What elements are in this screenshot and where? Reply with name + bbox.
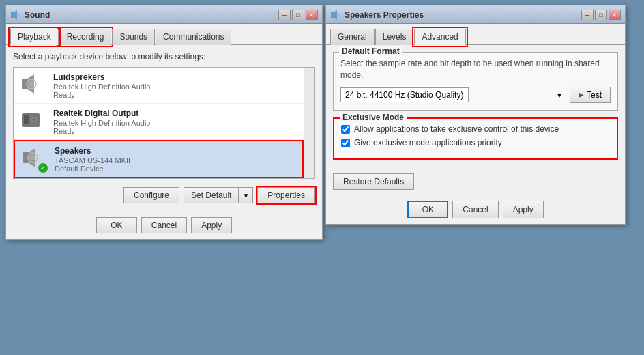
tab-playback[interactable]: Playback <box>10 29 59 45</box>
instruction-text: Select a playback device below to modify… <box>13 52 315 61</box>
set-default-split-button: Set Default ▼ <box>184 187 253 203</box>
sound-ok-button[interactable]: OK <box>96 217 137 233</box>
sound-cancel-button[interactable]: Cancel <box>141 217 187 233</box>
give-priority-row: Give exclusive mode applications priorit… <box>341 138 610 147</box>
tab-general[interactable]: General <box>330 29 375 45</box>
speakers-icon: ✓ <box>20 145 48 173</box>
exclusive-mode-section: Exclusive Mode Allow applications to tak… <box>333 117 618 160</box>
svg-point-5 <box>29 81 34 87</box>
device-list: Luidsprekers Realtek High Definition Aud… <box>14 68 304 178</box>
realtek-digital-icon <box>19 108 46 135</box>
sound-close-btn[interactable]: ✕ <box>306 10 318 20</box>
default-format-desc: Select the sample rate and bit depth to … <box>340 58 611 81</box>
speakers-info: Speakers TASCAM US-144 MKII Default Devi… <box>55 146 297 173</box>
tab-levels[interactable]: Levels <box>375 29 414 45</box>
speakers-titlebar-buttons: ─ □ ✕ <box>581 10 621 20</box>
properties-button[interactable]: Properties <box>257 187 315 203</box>
allow-exclusive-label: Allow applications to take exclusive con… <box>354 124 559 134</box>
speakers-titlebar: Speakers Properties ─ □ ✕ <box>326 6 625 24</box>
allow-exclusive-row: Allow applications to take exclusive con… <box>341 124 610 134</box>
svg-point-9 <box>33 118 35 121</box>
sound-minimize-btn[interactable]: ─ <box>278 10 291 20</box>
luidsprekers-info: Luidsprekers Realtek High Definition Aud… <box>53 72 298 99</box>
speakers-window-icon <box>330 10 341 20</box>
speakers-ok-cancel-row: OK Cancel Apply <box>326 197 625 224</box>
speakers-properties-window: Speakers Properties ─ □ ✕ General Levels… <box>325 5 626 225</box>
sound-ok-cancel-row: OK Cancel Apply <box>6 213 322 239</box>
configure-button[interactable]: Configure <box>123 187 179 203</box>
speakers-title: Speakers Properties <box>330 10 424 20</box>
speakers-minimize-btn[interactable]: ─ <box>581 10 594 20</box>
give-priority-checkbox[interactable] <box>341 139 350 147</box>
device-list-scrollbar[interactable] <box>304 68 314 178</box>
sound-maximize-btn[interactable]: □ <box>292 10 304 20</box>
sound-title: Sound <box>10 10 50 20</box>
realtek-digital-info: Realtek Digital Output Realtek High Defi… <box>53 109 298 135</box>
device-item-luidsprekers[interactable]: Luidsprekers Realtek High Definition Aud… <box>14 68 304 104</box>
default-format-controls: 24 bit, 44100 Hz (Studio Quality) ▼ ▶ Te… <box>340 87 611 103</box>
sound-window-icon <box>10 10 21 20</box>
tab-sounds[interactable]: Sounds <box>112 29 155 45</box>
speakers-tab-bar: General Levels Advanced <box>326 24 625 44</box>
speakers-apply-button[interactable]: Apply <box>503 201 544 218</box>
svg-rect-7 <box>24 115 29 124</box>
restore-defaults-row: Restore Defaults <box>333 173 618 190</box>
default-device-check: ✓ <box>38 163 48 173</box>
device-list-wrapper: Luidsprekers Realtek High Definition Aud… <box>13 67 315 179</box>
tab-communications[interactable]: Communications <box>156 29 231 45</box>
sound-titlebar-buttons: ─ □ ✕ <box>278 10 318 20</box>
svg-marker-15 <box>334 10 337 20</box>
sound-window: Sound ─ □ ✕ Playback Recording Sounds Co… <box>5 5 323 240</box>
speakers-maximize-btn[interactable]: □ <box>595 10 607 20</box>
set-default-dropdown-arrow[interactable]: ▼ <box>239 188 252 203</box>
sound-apply-button[interactable]: Apply <box>191 217 232 233</box>
svg-rect-14 <box>331 12 334 18</box>
sound-tab-content: Select a playback device below to modify… <box>6 44 322 213</box>
speakers-ok-button[interactable]: OK <box>407 201 448 218</box>
sound-titlebar: Sound ─ □ ✕ <box>6 6 322 24</box>
test-button[interactable]: ▶ Test <box>570 87 611 103</box>
svg-marker-1 <box>14 10 17 20</box>
restore-defaults-button[interactable]: Restore Defaults <box>333 173 414 190</box>
give-priority-label: Give exclusive mode applications priorit… <box>354 138 502 147</box>
play-icon: ▶ <box>579 91 584 98</box>
default-format-section: Default Format Select the sample rate an… <box>333 52 618 111</box>
sound-action-buttons: Configure Set Default ▼ Properties <box>13 184 315 206</box>
dropdown-arrow-icon: ▼ <box>556 91 563 98</box>
svg-point-13 <box>30 155 35 160</box>
speakers-close-btn[interactable]: ✕ <box>609 10 621 20</box>
sample-rate-dropdown[interactable]: 24 bit, 44100 Hz (Studio Quality) <box>340 87 469 102</box>
default-format-legend: Default Format <box>339 46 402 56</box>
sample-rate-dropdown-wrapper: 24 bit, 44100 Hz (Studio Quality) ▼ <box>340 87 566 102</box>
svg-rect-0 <box>11 12 14 18</box>
speakers-cancel-button[interactable]: Cancel <box>452 201 498 218</box>
exclusive-mode-legend: Exclusive Mode <box>340 113 407 122</box>
sound-tab-bar: Playback Recording Sounds Communications <box>6 24 322 44</box>
set-default-button[interactable]: Set Default <box>184 188 239 203</box>
tab-recording[interactable]: Recording <box>59 29 112 45</box>
device-item-speakers[interactable]: ✓ Speakers TASCAM US-144 MKII Default De… <box>14 140 304 178</box>
device-item-realtek-digital[interactable]: Realtek Digital Output Realtek High Defi… <box>14 104 304 140</box>
tab-advanced[interactable]: Advanced <box>414 29 465 45</box>
speakers-tab-content: Default Format Select the sample rate an… <box>326 44 625 197</box>
allow-exclusive-checkbox[interactable] <box>341 125 350 134</box>
luidsprekers-icon <box>19 72 46 99</box>
